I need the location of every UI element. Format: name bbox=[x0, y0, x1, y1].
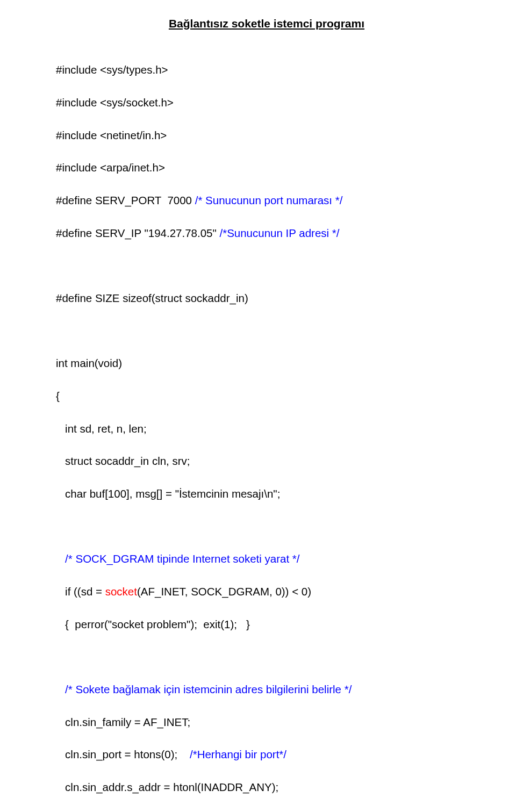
text: if ((sd = bbox=[56, 585, 105, 598]
comment-line: /* SOCK_DGRAM tipinde Internet soketi ya… bbox=[56, 551, 477, 567]
comment: /* Sunucunun port numarası */ bbox=[195, 194, 343, 206]
text: #define SERV_IP "194.27.78.05" bbox=[56, 227, 219, 239]
code-line: #include <sys/types.h> bbox=[56, 62, 477, 78]
code-line: { bbox=[56, 388, 477, 404]
page-title: Bağlantısız soketle istemci programı bbox=[56, 15, 477, 32]
blank-line bbox=[56, 649, 477, 665]
code-line: #include <sys/socket.h> bbox=[56, 95, 477, 111]
blank-line bbox=[56, 257, 477, 274]
blank-line bbox=[56, 519, 477, 535]
code-line: cln.sin_family = AF_INET; bbox=[56, 714, 477, 730]
keyword: socket bbox=[105, 585, 137, 598]
code-line: char buf[100], msg[] = "İstemcinin mesaj… bbox=[56, 486, 477, 502]
comment: /*Sunucunun IP adresi */ bbox=[219, 227, 339, 239]
blank-line bbox=[56, 323, 477, 339]
comment: /*Herhangi bir port*/ bbox=[190, 748, 286, 760]
code-line: #define SIZE sizeof(struct sockaddr_in) bbox=[56, 290, 477, 306]
code-block: #include <sys/types.h> #include <sys/soc… bbox=[56, 46, 477, 812]
code-line: #include <netinet/in.h> bbox=[56, 127, 477, 143]
code-line: cln.sin_port = htons(0); /*Herhangi bir … bbox=[56, 746, 477, 763]
code-line: struct socaddr_in cln, srv; bbox=[56, 453, 477, 469]
comment-line: /* Sokete bağlamak için istemcinin adres… bbox=[56, 681, 477, 698]
code-line: #define SERV_IP "194.27.78.05" /*Sunucun… bbox=[56, 225, 477, 241]
code-line: int sd, ret, n, len; bbox=[56, 421, 477, 437]
code-line: { perror("socket problem"); exit(1); } bbox=[56, 616, 477, 633]
code-line: if ((sd = socket(AF_INET, SOCK_DGRAM, 0)… bbox=[56, 584, 477, 600]
text: #define SERV_PORT 7000 bbox=[56, 194, 195, 206]
text: (AF_INET, SOCK_DGRAM, 0)) < 0) bbox=[137, 585, 311, 598]
code-line: int main(void) bbox=[56, 355, 477, 371]
document-page: Bağlantısız soketle istemci programı #in… bbox=[0, 0, 516, 812]
code-line: #include <arpa/inet.h> bbox=[56, 160, 477, 176]
code-line: #define SERV_PORT 7000 /* Sunucunun port… bbox=[56, 192, 477, 209]
code-line: cln.sin_addr.s_addr = htonl(INADDR_ANY); bbox=[56, 779, 477, 795]
text: cln.sin_port = htons(0); bbox=[56, 748, 190, 760]
